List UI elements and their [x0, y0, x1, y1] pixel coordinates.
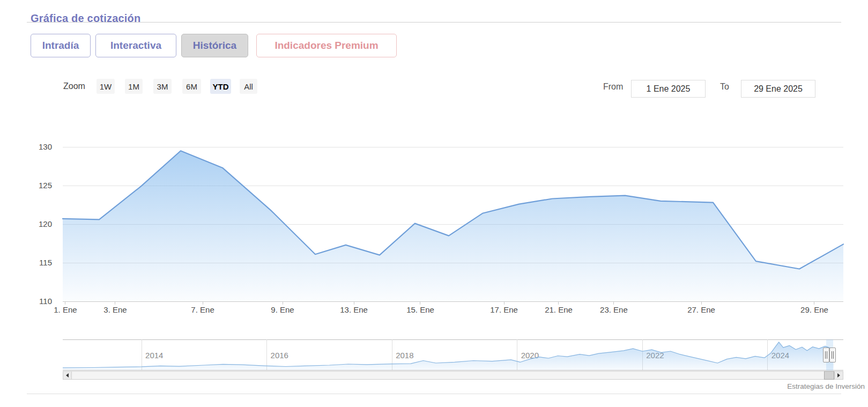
x-axis-label: 3. Ene [103, 305, 127, 314]
nav-year-label: 2018 [396, 351, 413, 360]
x-axis-label: 29. Ene [800, 305, 828, 314]
x-axis-label: 7. Ene [191, 305, 214, 314]
x-axis-label: 23. Ene [600, 305, 628, 314]
x-axis-label: 15. Ene [406, 305, 434, 314]
scrollbar-thumb[interactable] [824, 371, 834, 380]
quote-chart-panel: Gráfica de cotización Intradía Interacti… [0, 0, 868, 407]
navigator-chart: 201420162018202020222024 [63, 339, 843, 370]
y-axis-label: 130 [39, 142, 52, 151]
handle-grip [827, 351, 827, 359]
y-axis-label: 110 [39, 297, 52, 306]
navigator-handle-left[interactable] [823, 347, 829, 362]
x-axis-label: 9. Ene [271, 305, 294, 314]
right-arrow-icon [837, 373, 840, 378]
left-arrow-icon [66, 373, 69, 378]
navigator-handle-right[interactable] [829, 347, 836, 362]
nav-area [63, 342, 834, 370]
handle-grip [832, 351, 832, 359]
scrollbar-left-arrow[interactable] [63, 371, 72, 380]
nav-year-label: 2016 [271, 351, 288, 360]
scrollbar-right-arrow[interactable] [834, 371, 843, 380]
x-axis-label: 1. Ene [54, 305, 77, 314]
x-axis-label: 21. Ene [545, 305, 573, 314]
y-axis-label: 120 [39, 219, 52, 228]
price-area [63, 151, 843, 301]
y-axis-label: 115 [39, 258, 52, 267]
y-axis-label: 125 [39, 181, 52, 190]
x-axis-label: 17. Ene [490, 305, 518, 314]
nav-year-label: 2014 [145, 351, 163, 360]
handle-grip [825, 351, 826, 359]
handle-grip [833, 351, 834, 359]
scrollbar-track[interactable] [63, 371, 843, 380]
watermark: Estrategias de Inversión [787, 382, 865, 390]
main-chart: 1101151201251301. Ene3. Ene7. Ene9. Ene1… [39, 142, 843, 314]
price-chart: 1101151201251301. Ene3. Ene7. Ene9. Ene1… [0, 0, 868, 407]
x-axis-label: 27. Ene [687, 305, 715, 314]
x-axis-label: 13. Ene [340, 305, 368, 314]
bottom-divider [27, 394, 841, 394]
